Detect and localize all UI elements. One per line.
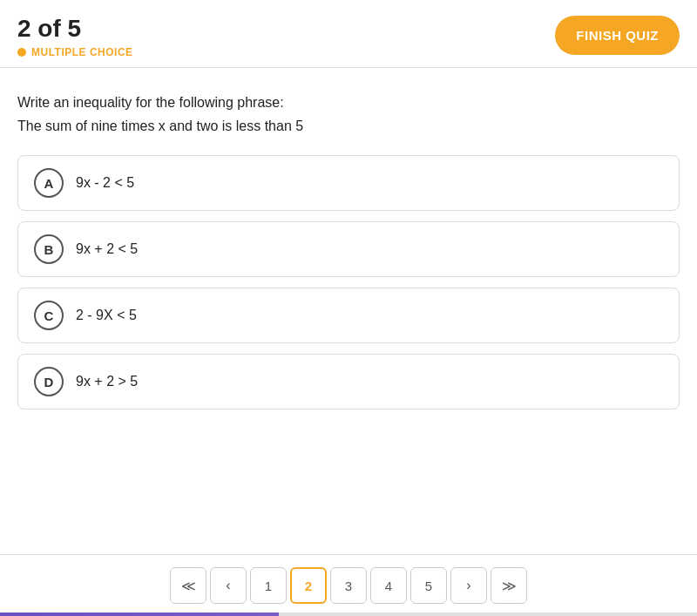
choice-text-c: 2 - 9X < 5: [76, 308, 137, 323]
progress-bar-container: [0, 613, 697, 616]
progress-bar: [0, 613, 279, 616]
choice-letter-d: D: [34, 367, 64, 396]
choice-letter-c: C: [34, 301, 64, 330]
question-line2: The sum of nine times x and two is less …: [17, 114, 680, 138]
nav-prev-button[interactable]: ‹: [210, 567, 247, 604]
question-text: Write an inequality for the following ph…: [0, 84, 697, 155]
choice-letter-a: A: [34, 168, 64, 198]
question-type: MULTIPLE CHOICE: [17, 46, 133, 58]
question-type-label: MULTIPLE CHOICE: [31, 46, 133, 58]
nav-page-2[interactable]: 2: [290, 567, 327, 604]
question-counter: 2 of 5: [17, 16, 133, 43]
nav-first-button[interactable]: ≪: [170, 567, 206, 604]
finish-quiz-button[interactable]: FINISH QUIZ: [555, 16, 680, 55]
choice-text-d: 9x + 2 > 5: [76, 374, 138, 389]
header-divider: [0, 67, 697, 68]
choice-text-a: 9x - 2 < 5: [76, 175, 134, 191]
choice-item-d[interactable]: D9x + 2 > 5: [17, 354, 680, 410]
choice-letter-b: B: [34, 234, 64, 264]
choice-item-b[interactable]: B9x + 2 < 5: [17, 221, 680, 277]
choices-container: A9x - 2 < 5B9x + 2 < 5C2 - 9X < 5D9x + 2…: [0, 155, 697, 410]
bottom-navigation: ≪ ‹ 1 2 3 4 5 › ≫: [0, 554, 697, 616]
choice-text-b: 9x + 2 < 5: [76, 241, 138, 257]
nav-page-5[interactable]: 5: [410, 567, 447, 604]
header: 2 of 5 MULTIPLE CHOICE FINISH QUIZ: [0, 0, 697, 67]
question-line1: Write an inequality for the following ph…: [17, 91, 680, 114]
nav-last-button[interactable]: ≫: [491, 567, 527, 604]
question-type-dot: [17, 48, 26, 57]
choice-item-c[interactable]: C2 - 9X < 5: [17, 288, 680, 343]
nav-page-3[interactable]: 3: [330, 567, 367, 604]
nav-page-4[interactable]: 4: [370, 567, 407, 604]
nav-next-button[interactable]: ›: [450, 567, 487, 604]
nav-page-1[interactable]: 1: [250, 567, 287, 604]
choice-item-a[interactable]: A9x - 2 < 5: [17, 155, 680, 211]
question-counter-block: 2 of 5 MULTIPLE CHOICE: [17, 16, 133, 58]
